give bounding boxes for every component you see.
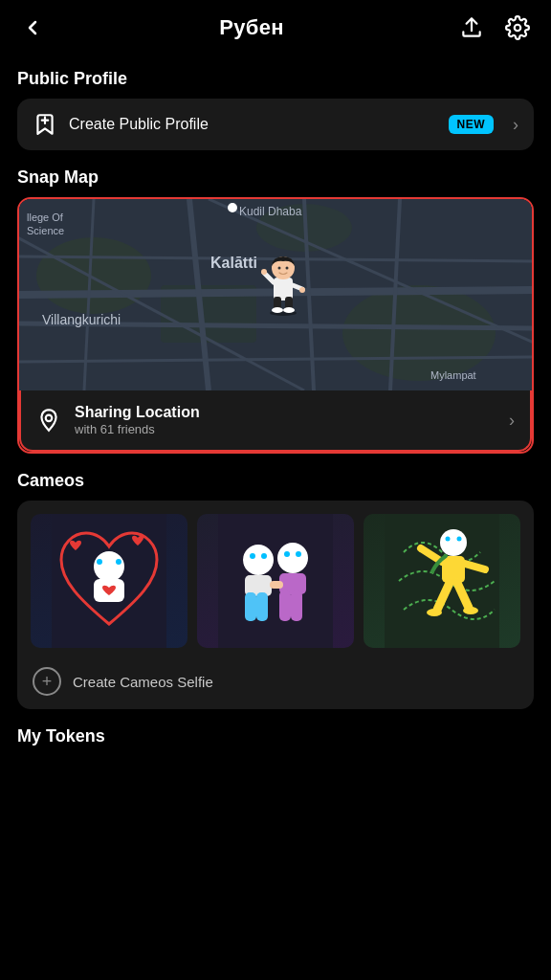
svg-point-52 xyxy=(457,537,462,542)
page-title: Рубен xyxy=(219,15,284,40)
svg-rect-41 xyxy=(256,592,268,621)
cameos-row xyxy=(17,501,534,656)
svg-point-33 xyxy=(97,559,102,565)
cameos-card: + Create Cameos Selfie xyxy=(17,501,534,709)
svg-point-51 xyxy=(446,537,451,542)
svg-rect-40 xyxy=(245,592,256,621)
chevron-right-icon: › xyxy=(513,115,518,135)
settings-button[interactable] xyxy=(503,13,532,42)
cameo-item-3[interactable] xyxy=(364,514,520,648)
svg-point-0 xyxy=(515,25,521,32)
cameo-item-2[interactable] xyxy=(197,514,354,648)
svg-rect-48 xyxy=(270,581,283,589)
svg-point-3 xyxy=(342,285,496,381)
location-sub: with 61 friends xyxy=(75,422,488,436)
svg-rect-53 xyxy=(442,556,465,583)
header: Рубен xyxy=(0,0,551,52)
cameos-section: Cameos xyxy=(0,471,551,709)
create-public-profile-row[interactable]: Create Public Profile NEW › xyxy=(17,99,534,150)
new-badge: NEW xyxy=(449,115,495,134)
public-profile-section: Public Profile Create Public Profile NEW… xyxy=(0,69,551,150)
svg-point-27 xyxy=(261,269,267,275)
bookmark-plus-icon xyxy=(33,112,57,137)
svg-point-36 xyxy=(243,545,274,575)
header-actions xyxy=(457,13,532,42)
svg-point-23 xyxy=(278,267,281,270)
svg-point-29 xyxy=(46,415,53,422)
location-pin-icon xyxy=(36,408,61,433)
location-sharing-row[interactable]: Sharing Location with 61 friends › xyxy=(19,390,532,452)
public-profile-card: Create Public Profile NEW › xyxy=(17,99,534,150)
create-cameos-selfie-row[interactable]: + Create Cameos Selfie xyxy=(17,656,534,709)
svg-point-24 xyxy=(286,267,289,270)
svg-point-37 xyxy=(250,553,255,559)
svg-point-44 xyxy=(296,551,301,557)
snap-map-title: Snap Map xyxy=(17,167,534,188)
cameos-title: Cameos xyxy=(17,471,534,491)
cameo-item-1[interactable] xyxy=(31,514,187,648)
create-profile-label: Create Public Profile xyxy=(69,116,437,133)
location-info: Sharing Location with 61 friends xyxy=(75,404,488,436)
svg-point-2 xyxy=(36,237,151,314)
snap-map-card[interactable]: llege OfScience Kudil Dhaba Kalātti Vill… xyxy=(17,197,534,454)
svg-point-31 xyxy=(94,551,124,582)
create-selfie-label: Create Cameos Selfie xyxy=(73,674,213,690)
back-button[interactable] xyxy=(19,14,46,41)
public-profile-title: Public Profile xyxy=(17,69,534,89)
location-chevron-icon: › xyxy=(509,411,515,431)
svg-point-58 xyxy=(427,609,442,616)
svg-point-34 xyxy=(116,559,121,565)
svg-point-20 xyxy=(272,307,283,313)
my-tokens-title: My Tokens xyxy=(0,726,551,746)
svg-point-59 xyxy=(463,607,478,614)
bitmoji-character xyxy=(258,249,308,316)
svg-rect-49 xyxy=(385,514,499,648)
svg-rect-47 xyxy=(291,590,302,621)
svg-point-50 xyxy=(440,529,467,556)
svg-rect-46 xyxy=(279,590,291,621)
snap-map-section: Snap Map xyxy=(0,167,551,454)
svg-point-38 xyxy=(261,553,267,559)
location-title: Sharing Location xyxy=(75,404,488,421)
map-area: llege OfScience Kudil Dhaba Kalātti Vill… xyxy=(19,199,532,390)
map-location-dot xyxy=(228,203,237,212)
svg-point-43 xyxy=(284,551,290,557)
svg-point-42 xyxy=(277,543,308,573)
share-button[interactable] xyxy=(457,13,486,42)
svg-point-28 xyxy=(299,287,305,293)
svg-point-21 xyxy=(283,307,295,313)
plus-circle-icon: + xyxy=(33,667,61,696)
